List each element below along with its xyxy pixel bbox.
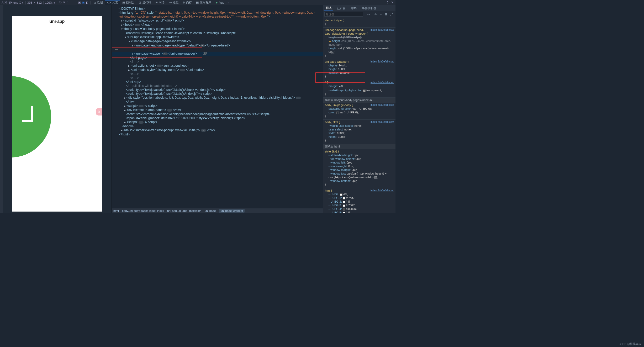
rule-page-head: index.2da1efab.css: uni-page-head[uni-pa… — [323, 28, 395, 59]
tab-welcome[interactable]: ⌂欢迎 — [92, 0, 105, 5]
page-title: uni-app — [12, 16, 102, 27]
tab-listeners[interactable]: 事件侦听器 — [360, 6, 378, 11]
tab-network[interactable]: ≋网络 — [153, 0, 167, 5]
translate-badge[interactable]: 虾 — [96, 108, 102, 115]
tab-elements[interactable]: </>元素 — [105, 0, 120, 5]
add-tab-icon[interactable]: + — [226, 1, 230, 4]
hov-toggle[interactable]: :hov — [364, 13, 371, 16]
computed-icon[interactable]: ⛶ — [389, 13, 393, 16]
dim-x: × — [34, 1, 35, 4]
close-devtools-icon[interactable]: ✕ — [390, 1, 394, 4]
flex-icon[interactable]: ▦ — [384, 12, 388, 16]
tab-sources[interactable]: ◎源代码 — [137, 0, 153, 5]
crumb-wrapper[interactable]: uni-page-wrapper — [219, 209, 245, 213]
logo-mark — [22, 106, 33, 122]
tab-application[interactable]: ▦应用程序 — [194, 0, 213, 5]
crumb-html[interactable]: html — [113, 209, 119, 212]
device-select[interactable]: iPhone X ▼ — [9, 1, 24, 4]
rule-html-vars: index.2da1efab.css: html { --UI-BG: #fff… — [323, 188, 395, 213]
styles-pane[interactable]: element.style { } index.2da1efab.css: un… — [323, 17, 395, 213]
rotate-icon[interactable]: ⟳ — [62, 1, 66, 4]
tab-computed[interactable]: 已计算 — [335, 6, 347, 11]
more-icon[interactable]: ⋮ — [66, 1, 70, 4]
crumb-uniapp[interactable]: uni-app.uni-app--maxwidth — [167, 209, 201, 212]
cls-toggle[interactable]: .cls — [372, 13, 378, 16]
styles-tabs: 样式 已计算 布局 事件侦听器 — [323, 5, 395, 11]
rule-element-style: element.style { } — [323, 18, 395, 28]
kebab-icon[interactable]: ⋮ — [386, 1, 389, 4]
inherit-html: 继承自 html — [323, 144, 395, 149]
rule-body-html: index.2da1efab.css: body, html { -webkit… — [323, 120, 395, 144]
styles-filter-input[interactable] — [324, 12, 363, 17]
device-preview-panel: uni-app 虾 — [0, 5, 112, 213]
crumb-body[interactable]: body.uni-body.pages-index-index — [122, 209, 164, 212]
rule-body-pagebody: index.2da1efab.css: body, uni-page-body … — [323, 103, 395, 120]
rule-star: index.2da1efab.css: * { margin: ▶0; -web… — [323, 80, 395, 98]
tab-console[interactable]: ▤控制台 — [120, 0, 137, 5]
tab-vue[interactable]: ▼Vue — [213, 1, 226, 5]
device-frame[interactable]: uni-app — [12, 16, 102, 212]
rule-page-wrapper: index.2da1efab.css: uni-page-wrapper { d… — [323, 59, 395, 80]
dom-tree[interactable]: <!DOCTYPE html> <html lang="zh-CN" style… — [112, 5, 323, 138]
breadcrumb[interactable]: html body.uni-body.pages-index-index uni… — [112, 208, 323, 213]
inherit-body: 继承自 body.uni-body.pages-index-in… — [323, 98, 395, 103]
refresh-icon[interactable]: ↻ — [59, 1, 62, 4]
inspect-icon[interactable]: ▣ — [78, 1, 81, 4]
size-label: 尺寸: — [2, 1, 8, 4]
tab-styles[interactable]: 样式 — [324, 6, 333, 11]
tab-layout[interactable]: 布局 — [349, 6, 358, 11]
width-input[interactable]: 375 — [27, 1, 32, 4]
selected-dom-node[interactable]: ▶<uni-page-wrapper>⋯</uni-page-wrapper> … — [112, 52, 323, 56]
device-size-group: 尺寸: iPhone X ▼ — [2, 1, 24, 4]
devtools-toolbar: 尺寸: iPhone X ▼ 375 × 812 100% ▼ ↻ ⟳ ⋮ ▣ … — [0, 0, 395, 5]
new-rule-icon[interactable]: + — [379, 13, 382, 16]
crumb-unipage[interactable]: uni-page — [204, 209, 216, 212]
dock-icon[interactable]: ◧ — [85, 1, 89, 4]
rule-style-attr: style 属性 { --status-bar-height: 0px; --t… — [323, 149, 395, 188]
device-toggle-icon[interactable]: ▣ — [81, 1, 85, 4]
tab-memory[interactable]: ⊚内存 — [181, 0, 194, 5]
zoom-select[interactable]: 100% ▼ — [45, 1, 55, 4]
height-input[interactable]: 812 — [37, 1, 42, 4]
tab-performance[interactable]: 〰性能 — [167, 0, 181, 5]
